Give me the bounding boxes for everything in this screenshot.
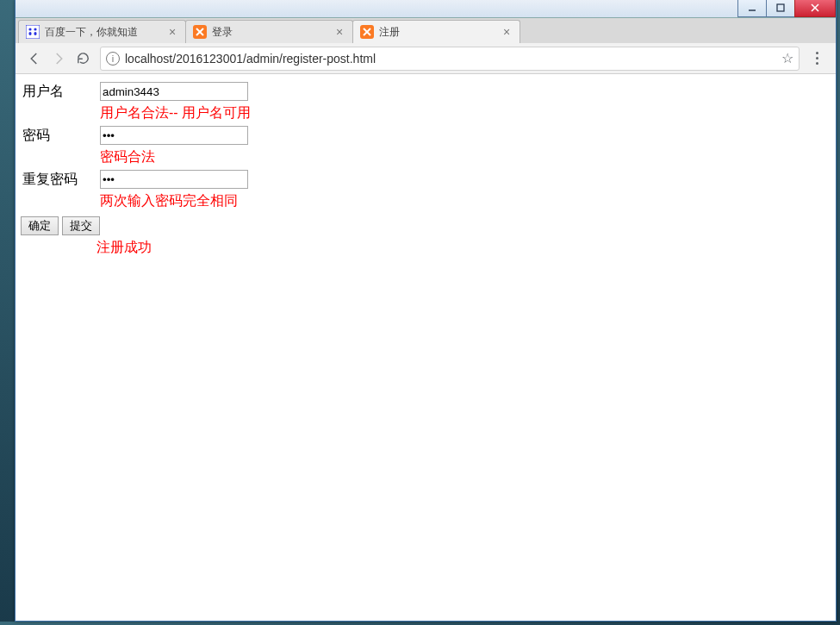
svg-rect-1 <box>777 4 784 11</box>
svg-point-8 <box>34 32 36 35</box>
xampp-favicon-icon <box>193 25 207 39</box>
page-viewport: 用户名 用户名合法-- 用户名可用 密码 密码合法 重复密码 <box>16 74 836 621</box>
minimize-button[interactable] <box>737 0 767 17</box>
xampp-favicon-icon <box>360 25 374 39</box>
username-validation-msg: 用户名合法-- 用户名可用 <box>100 103 251 123</box>
browser-menu-button[interactable] <box>805 47 829 71</box>
browser-window: 百度一下，你就知道 × 登录 × 注册 × i <box>15 0 837 622</box>
result-message: 注册成功 <box>96 239 831 257</box>
forward-button[interactable] <box>47 47 71 71</box>
tab-register[interactable]: 注册 × <box>352 20 520 43</box>
svg-rect-4 <box>26 25 40 39</box>
tab-close-icon[interactable]: × <box>166 26 178 38</box>
username-label: 用户名 <box>22 81 98 102</box>
desktop-background-bottom <box>0 622 840 625</box>
close-icon <box>810 3 820 13</box>
password-validation-msg: 密码合法 <box>100 147 251 167</box>
desktop-background-right <box>837 0 840 625</box>
repeat-password-label: 重复密码 <box>22 169 98 190</box>
os-title-bar <box>16 0 836 18</box>
baidu-favicon-icon <box>26 25 40 39</box>
maximize-icon <box>775 3 786 13</box>
ok-button[interactable]: 确定 <box>21 216 59 235</box>
desktop-background-left <box>0 0 15 625</box>
tab-title: 登录 <box>212 25 333 40</box>
close-button[interactable] <box>794 0 836 17</box>
window-controls <box>738 0 836 17</box>
tab-baidu[interactable]: 百度一下，你就知道 × <box>18 20 186 43</box>
username-input[interactable] <box>100 82 248 101</box>
svg-point-5 <box>28 28 31 30</box>
submit-button[interactable]: 提交 <box>62 216 100 235</box>
reload-icon <box>76 51 90 66</box>
arrow-left-icon <box>27 51 42 66</box>
minimize-icon <box>747 3 757 13</box>
menu-dot-icon <box>816 62 818 65</box>
tab-title: 百度一下，你就知道 <box>45 25 166 40</box>
repeat-password-input[interactable] <box>100 170 248 189</box>
menu-dot-icon <box>816 57 818 59</box>
password-label: 密码 <box>22 125 98 146</box>
back-button[interactable] <box>22 47 47 71</box>
site-info-icon[interactable]: i <box>106 52 120 66</box>
button-row: 确定 提交 <box>21 216 831 235</box>
tab-login[interactable]: 登录 × <box>185 20 353 43</box>
tab-strip: 百度一下，你就知道 × 登录 × 注册 × <box>16 18 836 43</box>
browser-toolbar: i localhost/2016123001/admin/register-po… <box>16 43 836 74</box>
tab-title: 注册 <box>379 25 501 40</box>
reload-button[interactable] <box>71 47 95 71</box>
svg-point-7 <box>28 32 31 35</box>
register-form-table: 用户名 用户名合法-- 用户名可用 密码 密码合法 重复密码 <box>21 79 252 213</box>
menu-dot-icon <box>816 52 818 54</box>
address-bar[interactable]: i localhost/2016123001/admin/register-po… <box>100 47 800 71</box>
bookmark-star-icon[interactable]: ☆ <box>781 50 793 66</box>
password-input[interactable] <box>100 126 248 145</box>
arrow-right-icon <box>51 51 66 66</box>
repeat-validation-msg: 两次输入密码完全相同 <box>100 191 251 211</box>
url-text: localhost/2016123001/admin/register-post… <box>125 52 776 66</box>
maximize-button[interactable] <box>766 0 795 17</box>
svg-point-6 <box>34 28 36 30</box>
register-page: 用户名 用户名合法-- 用户名可用 密码 密码合法 重复密码 <box>16 74 836 262</box>
tab-close-icon[interactable]: × <box>501 26 513 38</box>
tab-close-icon[interactable]: × <box>333 26 345 38</box>
